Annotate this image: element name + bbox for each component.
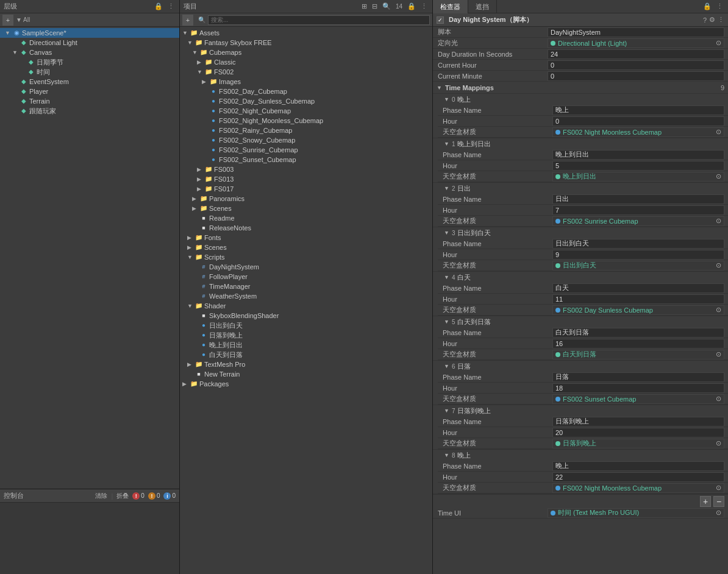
phase-header-phase-sunrise[interactable]: ▼ 2 日出: [433, 183, 728, 194]
project-item-scripts[interactable]: ▼ 📁 Scripts: [180, 252, 432, 262]
phase-sky-select-phase-day[interactable]: ⊙: [716, 306, 721, 314]
project-item-cubemaps[interactable]: ▼ 📁 Cubemaps: [180, 48, 432, 57]
phase-hour-value-phase-night2[interactable]: 22: [552, 472, 724, 482]
phase-hour-value-phase-sunrise[interactable]: 7: [552, 205, 724, 215]
project-item-images[interactable]: ▶ 📁 Images: [180, 77, 432, 87]
tree-item-calendar[interactable]: ◆ 日期季节: [0, 57, 179, 67]
project-lock-icon[interactable]: 🔒: [406, 2, 417, 11]
project-item-shader[interactable]: ▼ 📁 Shader: [180, 301, 432, 311]
tree-item-eventsystem[interactable]: ◆ EventSystem: [0, 77, 179, 87]
cur-min-value[interactable]: 0: [548, 71, 724, 81]
project-icon3[interactable]: 🔍: [381, 2, 392, 11]
tree-item-canvas[interactable]: ▼ ◆ Canvas: [0, 48, 179, 57]
day-dur-value[interactable]: 24: [548, 49, 724, 59]
dl-value[interactable]: Directional Light (Light) ⊙: [548, 38, 724, 48]
project-item-day-cubemap[interactable]: ● FS002_Day_Cubemap: [180, 87, 432, 96]
script-value[interactable]: DayNightSystem: [548, 27, 724, 37]
phase-sky-select-phase-night[interactable]: ⊙: [716, 128, 721, 136]
tab-occlusion[interactable]: 遮挡: [468, 0, 497, 13]
phase-sky-select-phase-sunrise[interactable]: ⊙: [716, 217, 721, 225]
phase-header-phase-sunset-to-night[interactable]: ▼ 7 日落到晚上: [433, 405, 728, 416]
phase-header-phase-night[interactable]: ▼ 0 晚上: [433, 94, 728, 105]
phase-header-phase-night2[interactable]: ▼ 8 晚上: [433, 450, 728, 461]
project-item-fs013[interactable]: ▶ 📁 FS013: [180, 174, 432, 184]
component-settings-icon[interactable]: ⚙: [709, 16, 715, 24]
project-item-sunrise-day[interactable]: ● 日出到白天: [180, 321, 432, 330]
project-icon1[interactable]: ⊞: [360, 2, 368, 11]
tree-item-directional-light[interactable]: ◆ Directional Light: [0, 38, 179, 48]
project-add-btn[interactable]: +: [182, 15, 193, 26]
add-phase-btn[interactable]: +: [700, 496, 711, 507]
phase-sky-value-phase-night2[interactable]: FS002 Night Moonless Cubemap ⊙: [552, 483, 724, 493]
dl-select-icon[interactable]: ⊙: [716, 39, 721, 47]
project-item-scenes[interactable]: ▶ 📁 Scenes: [180, 243, 432, 252]
project-icon2[interactable]: ⊟: [371, 2, 379, 11]
inspector-menu-icon[interactable]: ⋮: [715, 2, 724, 11]
project-item-sunset[interactable]: ● FS002_Sunset_Cubemap: [180, 155, 432, 165]
project-search-input[interactable]: [208, 15, 430, 25]
phase-sky-value-phase-night-to-sunrise[interactable]: 晚上到日出 ⊙: [552, 172, 724, 182]
phase-name-value-phase-night-to-sunrise[interactable]: 晚上到日出: [552, 150, 724, 160]
phase-sky-select-phase-sunrise-to-day[interactable]: ⊙: [716, 261, 721, 269]
hierarchy-lock-icon[interactable]: 🔒: [153, 2, 164, 11]
project-item-timemanager[interactable]: # TimeManager: [180, 282, 432, 291]
project-item-fs002[interactable]: ▼ 📁 FS002: [180, 67, 432, 77]
project-item-newterrain[interactable]: ■ New Terrain: [180, 369, 432, 379]
phase-sky-value-phase-night[interactable]: FS002 Night Moonless Cubemap ⊙: [552, 127, 724, 137]
phase-name-value-phase-day-to-sunset[interactable]: 白天到日落: [552, 328, 724, 338]
phase-name-value-phase-sunset-to-night[interactable]: 日落到晚上: [552, 417, 724, 427]
project-item-skybox-shader[interactable]: ■ SkyboxBlendingShader: [180, 311, 432, 321]
project-item-panoramics[interactable]: ▶ 📁 Panoramics: [180, 194, 432, 204]
remove-phase-btn[interactable]: −: [713, 496, 724, 507]
phase-sky-value-phase-day-to-sunset[interactable]: 白天到日落 ⊙: [552, 350, 724, 360]
component-help-icon[interactable]: ?: [703, 16, 707, 24]
project-item-textmesh[interactable]: ▶ 📁 TextMesh Pro: [180, 360, 432, 369]
project-item-daynightsystem[interactable]: # DayNightSystem: [180, 262, 432, 272]
project-item-weathersystem[interactable]: # WeatherSystem: [180, 291, 432, 301]
time-ui-select-icon[interactable]: ⊙: [716, 509, 721, 517]
phase-hour-value-phase-day[interactable]: 11: [552, 294, 724, 304]
tree-item-terrain[interactable]: ◆ Terrain: [0, 96, 179, 106]
phase-hour-value-phase-day-to-sunset[interactable]: 16: [552, 339, 724, 349]
phase-sky-select-phase-night2[interactable]: ⊙: [716, 484, 721, 492]
tree-item-follow[interactable]: ◆ 跟随玩家: [0, 106, 179, 116]
project-item-night-cubemap[interactable]: ● FS002_Night_Cubemap: [180, 106, 432, 116]
phase-name-value-phase-night2[interactable]: 晚上: [552, 461, 724, 471]
phase-header-phase-sunrise-to-day[interactable]: ▼ 3 日出到白天: [433, 227, 728, 238]
hierarchy-menu-icon[interactable]: ⋮: [166, 2, 176, 11]
console-clear-btn[interactable]: 清除: [95, 492, 107, 500]
project-item-fs017[interactable]: ▶ 📁 FS017: [180, 184, 432, 194]
phase-header-phase-day[interactable]: ▼ 4 白天: [433, 272, 728, 283]
project-item-scenes-fantasy[interactable]: ▶ 📁 Scenes: [180, 204, 432, 213]
phase-sky-select-phase-sunset[interactable]: ⊙: [716, 395, 721, 403]
project-assets-root[interactable]: ▼ 📁 Assets: [180, 28, 432, 38]
phase-hour-value-phase-sunset[interactable]: 18: [552, 383, 724, 393]
phase-name-value-phase-sunrise-to-day[interactable]: 日出到白天: [552, 239, 724, 249]
tree-item-samplescene[interactable]: ▼ ◉ SampleScene*: [0, 28, 179, 38]
tree-item-player[interactable]: ◆ Player: [0, 87, 179, 96]
project-item-night-moonless[interactable]: ● FS002_Night_Moonless_Cubemap: [180, 116, 432, 126]
phase-sky-select-phase-day-to-sunset[interactable]: ⊙: [716, 350, 721, 358]
project-item-snowy[interactable]: ● FS002_Snowy_Cubemap: [180, 135, 432, 145]
cur-hour-value[interactable]: 0: [548, 60, 724, 70]
phase-hour-value-phase-sunrise-to-day[interactable]: 9: [552, 250, 724, 260]
project-item-sunset-night[interactable]: ● 日落到晚上: [180, 330, 432, 340]
tree-item-time[interactable]: ◆ 时间: [0, 67, 179, 77]
phase-sky-value-phase-sunrise-to-day[interactable]: 日出到白天 ⊙: [552, 261, 724, 271]
console-collapse-btn[interactable]: 折叠: [116, 492, 129, 500]
phase-name-value-phase-sunrise[interactable]: 日出: [552, 194, 724, 204]
phase-sky-value-phase-sunrise[interactable]: FS002 Sunrise Cubemap ⊙: [552, 216, 724, 226]
phase-name-value-phase-sunset[interactable]: 日落: [552, 372, 724, 382]
phase-sky-value-phase-sunset-to-night[interactable]: 日落到晚上 ⊙: [552, 439, 724, 448]
phase-name-value-phase-day[interactable]: 白天: [552, 283, 724, 293]
project-item-packages[interactable]: ▶ 📁 Packages: [180, 379, 432, 389]
project-item-fonts[interactable]: ▶ 📁 Fonts: [180, 233, 432, 243]
phase-header-phase-sunset[interactable]: ▼ 6 日落: [433, 361, 728, 372]
phase-name-value-phase-night[interactable]: 晚上: [552, 105, 724, 115]
phase-hour-value-phase-night[interactable]: 0: [552, 116, 724, 126]
component-enabled-checkbox[interactable]: ✓: [437, 16, 444, 24]
tab-inspector[interactable]: 检查器: [433, 0, 468, 13]
phase-hour-value-phase-sunset-to-night[interactable]: 20: [552, 428, 724, 438]
project-item-day-sunset[interactable]: ● 白天到日落: [180, 350, 432, 360]
phase-hour-value-phase-night-to-sunrise[interactable]: 5: [552, 161, 724, 171]
